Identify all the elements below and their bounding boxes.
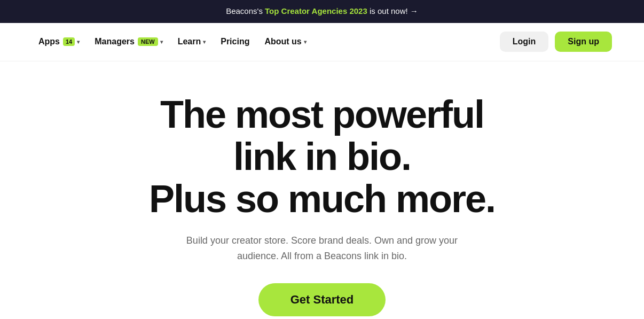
apps-badge: 14: [63, 37, 75, 46]
top-banner: Beacons's Top Creator Agencies 2023 is o…: [0, 0, 644, 23]
hero-subtext: Build your creator store. Score brand de…: [183, 233, 461, 264]
nav-about-label: About us: [264, 37, 301, 46]
hero-headline-line2: link in bio.: [233, 135, 411, 178]
nav-item-learn[interactable]: Learn ▾: [171, 33, 213, 51]
hero-headline: The most powerful link in bio. Plus so m…: [149, 94, 495, 221]
apps-chevron-icon: ▾: [77, 39, 80, 45]
nav-learn-label: Learn: [178, 37, 201, 46]
nav-item-pricing[interactable]: Pricing: [214, 33, 256, 51]
banner-prefix: Beacons's: [226, 6, 265, 15]
nav-item-apps[interactable]: Apps 14 ▾: [32, 33, 86, 51]
learn-chevron-icon: ▾: [203, 39, 206, 45]
nav-left: Apps 14 ▾ Managers NEW ▾ Learn ▾ Pricing…: [32, 33, 313, 51]
nav-item-managers[interactable]: Managers NEW ▾: [88, 33, 169, 51]
navbar: Apps 14 ▾ Managers NEW ▾ Learn ▾ Pricing…: [0, 23, 644, 61]
nav-apps-label: Apps: [38, 37, 60, 46]
nav-pricing-label: Pricing: [221, 37, 249, 46]
banner-link[interactable]: Top Creator Agencies 2023: [265, 6, 367, 15]
login-button[interactable]: Login: [500, 32, 549, 52]
nav-item-about[interactable]: About us ▾: [258, 33, 312, 51]
managers-badge: NEW: [138, 37, 158, 46]
about-chevron-icon: ▾: [304, 39, 307, 45]
hero-headline-line1: The most powerful: [160, 93, 484, 136]
managers-chevron-icon: ▾: [160, 39, 163, 45]
nav-right: Login Sign up: [500, 32, 612, 52]
signup-button[interactable]: Sign up: [555, 32, 612, 52]
banner-suffix: is out now! →: [367, 6, 418, 15]
nav-managers-label: Managers: [95, 37, 135, 46]
hero-section: The most powerful link in bio. Plus so m…: [0, 61, 644, 320]
hero-headline-line3: Plus so much more.: [149, 177, 495, 220]
get-started-button[interactable]: Get Started: [258, 283, 386, 316]
